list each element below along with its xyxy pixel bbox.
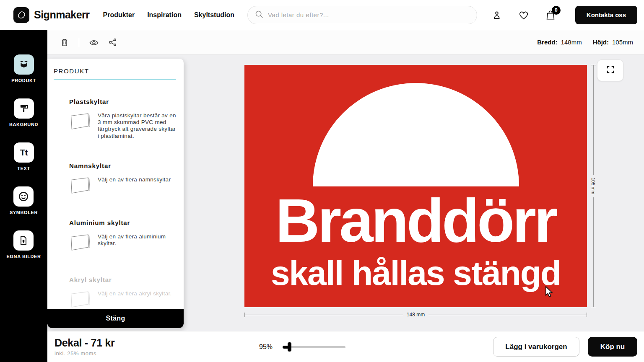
height-value: 105mm xyxy=(612,39,633,46)
upload-file-icon xyxy=(13,230,34,251)
semicircle-shape[interactable] xyxy=(313,83,519,186)
sign-thumbnail-icon xyxy=(69,233,92,253)
app-header: Signmakerr Produkter Inspiration Skyltst… xyxy=(0,0,644,30)
zoom-control: 95% xyxy=(259,331,345,362)
sidebar-item-bakgrund[interactable]: BAKGRUND xyxy=(9,98,38,127)
footer-buttons: Lägg i varukorgen Köp nu xyxy=(493,337,637,357)
contact-button[interactable]: Kontakta oss xyxy=(575,6,637,24)
width-dimension-label: 148 mm xyxy=(407,312,425,318)
product-option-namnskyltar[interactable]: Namnskyltar Välj en av flera namnskyltar xyxy=(69,162,177,197)
toolbar-divider xyxy=(79,38,79,47)
main-area: PRODUKT BAKGRUND Tt TEXT SYMBOLER EGNA B… xyxy=(0,30,644,362)
search-icon xyxy=(254,10,264,21)
checkout-bar: Dekal - 71 kr inkl. 25% moms 95% Lägg i … xyxy=(47,331,644,362)
search-bar xyxy=(247,6,477,24)
smiley-icon xyxy=(13,186,34,207)
account-icon[interactable] xyxy=(491,10,502,21)
workspace: Bredd: 148mm Höjd: 105mm PRODUKT Plastsk… xyxy=(47,30,644,362)
favorites-heart-icon[interactable] xyxy=(518,10,529,21)
cart-icon[interactable]: 0 xyxy=(545,10,556,21)
sidebar-item-label: PRODUKT xyxy=(11,78,36,83)
zoom-slider[interactable] xyxy=(283,342,345,352)
nav-inspiration[interactable]: Inspiration xyxy=(147,11,182,19)
trash-icon[interactable] xyxy=(60,38,69,47)
sign-dimensions: Bredd: 148mm Höjd: 105mm xyxy=(537,39,633,46)
fullscreen-button[interactable] xyxy=(597,59,623,81)
sidebar-item-produkt[interactable]: PRODUKT xyxy=(11,54,36,83)
paint-icon xyxy=(14,98,34,119)
nav-produkter[interactable]: Produkter xyxy=(103,11,135,19)
sidebar-item-label: EGNA BILDER xyxy=(7,254,41,259)
sign-thumbnail-icon xyxy=(69,176,92,197)
product-option-plastskyltar[interactable]: Plastskyltar Våra plastskyltar består av… xyxy=(69,98,177,140)
mouse-cursor xyxy=(545,286,555,299)
design-canvas[interactable]: PRODUKT Plastskyltar Våra plastskyltar b… xyxy=(47,54,644,331)
panel-title: PRODUKT xyxy=(54,67,176,80)
vat-note: inkl. 25% moms xyxy=(55,350,114,357)
zoom-percent: 95% xyxy=(259,343,273,351)
product-option-aluminium-skyltar[interactable]: Aluminium skyltar Välj en av flera alumi… xyxy=(69,219,177,253)
brand-logo-group[interactable]: Signmakerr xyxy=(13,7,90,23)
sidebar-item-symboler[interactable]: SYMBOLER xyxy=(10,186,38,215)
sign-text-line1[interactable]: Branddörr xyxy=(244,190,587,251)
cart-count-badge: 0 xyxy=(552,6,561,15)
sidebar-item-label: SYMBOLER xyxy=(10,210,38,215)
panel-close-button[interactable]: Stäng xyxy=(47,309,184,328)
brand-name: Signmakerr xyxy=(34,9,90,21)
panel-items: Plastskyltar Våra plastskyltar består av… xyxy=(47,80,184,309)
search-input[interactable] xyxy=(268,11,470,18)
header-actions: 0 Kontakta oss xyxy=(491,6,637,24)
brand-logo-icon xyxy=(13,7,29,23)
sign-text-line2[interactable]: skall hållas stängd xyxy=(244,256,587,290)
main-nav: Produkter Inspiration Skyltstudion xyxy=(103,11,234,19)
width-dimension-line: 148 mm xyxy=(244,312,587,318)
sign-thumbnail-icon xyxy=(69,112,92,132)
share-icon[interactable] xyxy=(108,38,117,47)
height-dimension-label: 105 mm xyxy=(591,178,596,194)
fullscreen-icon xyxy=(606,65,615,76)
sign-thumbnail-icon xyxy=(69,290,92,309)
sidebar-item-label: BAKGRUND xyxy=(9,122,38,127)
zoom-slider-track[interactable] xyxy=(284,346,345,348)
height-label: Höjd: xyxy=(593,39,609,46)
sign-artboard[interactable]: Branddörr skall hållas stängd xyxy=(244,65,587,307)
product-price: Dekal - 71 kr xyxy=(55,337,114,349)
box-icon xyxy=(14,54,34,75)
width-value: 148mm xyxy=(561,39,582,46)
product-option-akryl-skyltar[interactable]: Akryl skyltar Välj en av flera akryl sky… xyxy=(69,276,177,309)
buy-now-button[interactable]: Köp nu xyxy=(588,337,637,357)
sidebar-item-text[interactable]: Tt TEXT xyxy=(14,142,34,171)
nav-skyltstudion[interactable]: Skyltstudion xyxy=(194,11,234,19)
height-dimension-line: 105 mm xyxy=(590,65,597,307)
eye-icon[interactable] xyxy=(89,38,98,47)
width-label: Bredd: xyxy=(537,39,557,46)
product-panel: PRODUKT Plastskyltar Våra plastskyltar b… xyxy=(47,59,184,328)
text-icon: Tt xyxy=(14,142,34,163)
price-block: Dekal - 71 kr inkl. 25% moms xyxy=(55,337,114,357)
sidebar-item-egna-bilder[interactable]: EGNA BILDER xyxy=(7,230,41,259)
zoom-slider-thumb[interactable] xyxy=(288,342,291,352)
tool-sidebar: PRODUKT BAKGRUND Tt TEXT SYMBOLER EGNA B… xyxy=(0,30,47,362)
add-to-cart-button[interactable]: Lägg i varukorgen xyxy=(493,337,579,357)
editor-toolbar: Bredd: 148mm Höjd: 105mm xyxy=(47,30,644,54)
sidebar-item-label: TEXT xyxy=(17,166,30,171)
